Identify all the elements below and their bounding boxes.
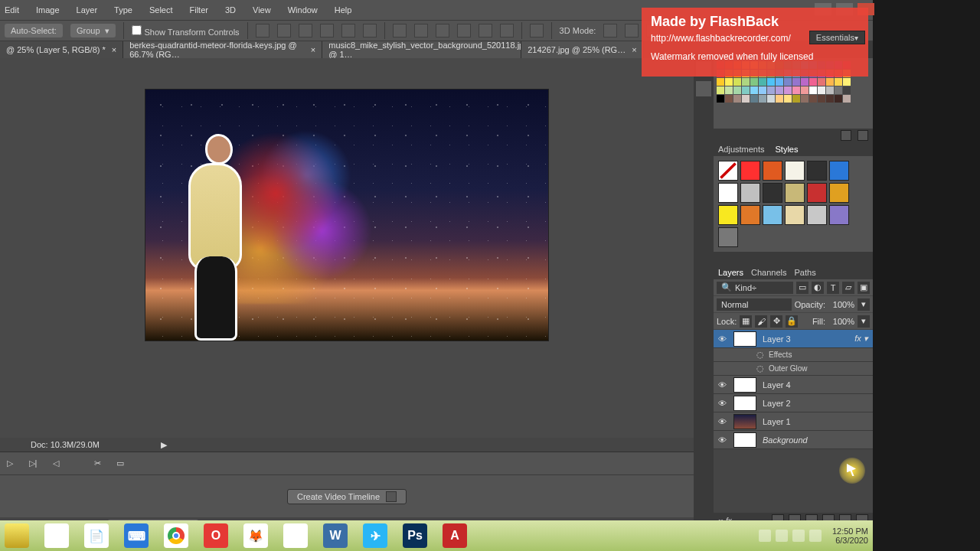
swatch[interactable] xyxy=(826,95,834,103)
visibility-icon[interactable]: 👁 xyxy=(714,399,730,408)
menu-image[interactable]: Image xyxy=(36,5,60,15)
swatch[interactable] xyxy=(717,86,724,94)
layer-row[interactable]: 👁Background xyxy=(714,431,873,449)
swatch[interactable] xyxy=(826,86,834,94)
swatch[interactable] xyxy=(835,86,842,94)
filter-adjust-icon[interactable]: ◐ xyxy=(812,282,824,294)
styles-grid[interactable] xyxy=(714,156,873,252)
layers-tab[interactable]: Layers xyxy=(718,268,743,277)
layers-list[interactable]: 👁Layer 3fx ▾◌Effects◌Outer Glow👁Layer 4👁… xyxy=(714,330,873,513)
swatch[interactable] xyxy=(767,86,775,94)
distribute-icon[interactable] xyxy=(479,24,492,37)
swatch[interactable] xyxy=(759,95,766,103)
style-preset[interactable] xyxy=(718,183,738,203)
swatch[interactable] xyxy=(809,95,817,103)
taskbar-app[interactable] xyxy=(164,523,188,548)
swatch[interactable] xyxy=(809,86,817,94)
swatch[interactable] xyxy=(725,86,733,94)
style-preset[interactable] xyxy=(718,205,738,225)
distribute-icon[interactable] xyxy=(500,24,514,37)
scissors-icon[interactable]: ✂ xyxy=(90,457,104,471)
swatch[interactable] xyxy=(801,86,808,94)
filter-shape-icon[interactable]: ▱ xyxy=(842,282,854,294)
tray-icon[interactable] xyxy=(776,530,788,542)
align-icon[interactable] xyxy=(363,24,377,37)
style-preset[interactable] xyxy=(829,183,849,203)
layer-row[interactable]: 👁Layer 3fx ▾ xyxy=(714,330,873,348)
arrange-icon[interactable] xyxy=(530,24,544,37)
volume-icon[interactable] xyxy=(809,530,822,542)
taskbar-app[interactable]: Ps xyxy=(403,523,427,548)
swatch[interactable] xyxy=(750,86,758,94)
step-fwd-icon[interactable]: ▷| xyxy=(26,457,40,471)
menu-select[interactable]: Select xyxy=(149,5,173,15)
filter-kind-dropdown[interactable]: 🔍 Kind ÷ xyxy=(717,282,793,294)
swatch[interactable] xyxy=(742,78,750,86)
blend-mode-dropdown[interactable]: Normal xyxy=(717,298,792,311)
distribute-icon[interactable] xyxy=(393,24,407,37)
swatch[interactable] xyxy=(717,78,724,86)
layer-row[interactable]: 👁Layer 4 xyxy=(714,376,873,394)
taskbar-app[interactable]: A xyxy=(443,523,467,548)
swatch[interactable] xyxy=(742,95,750,103)
taskbar-app[interactable]: O xyxy=(204,523,228,548)
swatch[interactable] xyxy=(742,86,750,94)
style-preset[interactable] xyxy=(807,205,827,225)
align-icon[interactable] xyxy=(320,24,334,37)
style-preset[interactable] xyxy=(829,161,849,181)
menu-3d[interactable]: 3D xyxy=(225,5,236,15)
visibility-icon[interactable]: 👁 xyxy=(714,417,730,426)
style-preset[interactable] xyxy=(763,183,782,203)
mode3d-icon[interactable] xyxy=(603,24,617,37)
style-preset[interactable] xyxy=(740,183,760,203)
taskbar-app[interactable]: 📄 xyxy=(84,523,109,548)
play-icon[interactable]: ▷ xyxy=(3,457,17,471)
document-tab[interactable]: 214267.jpg @ 25% (RG…× xyxy=(521,41,643,58)
style-preset[interactable] xyxy=(785,183,805,203)
group-dropdown[interactable]: Group ▾ xyxy=(70,24,116,37)
layer-effect[interactable]: ◌Outer Glow xyxy=(714,362,873,376)
visibility-icon[interactable]: 👁 xyxy=(714,380,730,390)
close-tab-icon[interactable]: × xyxy=(311,45,315,54)
distribute-icon[interactable] xyxy=(436,24,449,37)
swatch[interactable] xyxy=(750,95,758,103)
swatch[interactable] xyxy=(843,86,851,94)
align-icon[interactable] xyxy=(256,24,270,37)
swatch[interactable] xyxy=(767,95,775,103)
taskbar-app[interactable]: 🦊 xyxy=(243,523,268,548)
swatch[interactable] xyxy=(725,78,733,86)
swatch[interactable] xyxy=(776,78,783,86)
swatch[interactable] xyxy=(717,95,724,103)
style-preset[interactable] xyxy=(807,161,827,181)
delete-swatch-icon[interactable] xyxy=(858,130,868,141)
opacity-value[interactable]: 100% xyxy=(828,300,854,309)
step-back-icon[interactable]: ◁ xyxy=(49,457,63,471)
style-none[interactable] xyxy=(718,161,738,181)
style-preset[interactable] xyxy=(763,161,782,181)
swatch[interactable] xyxy=(776,95,783,103)
fill-value[interactable]: 100% xyxy=(828,317,854,326)
taskbar-app[interactable]: ✈ xyxy=(363,523,387,548)
swatch[interactable] xyxy=(818,95,825,103)
align-icon[interactable] xyxy=(341,24,355,37)
menu-layer[interactable]: Layer xyxy=(77,5,98,15)
style-preset[interactable] xyxy=(785,205,805,225)
close-tab-icon[interactable]: × xyxy=(632,45,636,54)
adjustments-tab[interactable]: Adjustments xyxy=(718,145,765,154)
swatch[interactable] xyxy=(809,78,817,86)
filter-smart-icon[interactable]: ▣ xyxy=(858,282,870,294)
swatch[interactable] xyxy=(835,78,842,86)
tray-icon[interactable] xyxy=(759,530,771,542)
visibility-icon[interactable]: 👁 xyxy=(714,334,730,344)
show-transform-checkbox[interactable]: Show Transform Controls xyxy=(132,25,240,37)
swatch[interactable] xyxy=(843,95,851,103)
filter-type-icon[interactable]: T xyxy=(827,282,839,294)
mode3d-icon[interactable] xyxy=(625,24,639,37)
tray-icon[interactable] xyxy=(792,530,805,542)
style-preset[interactable] xyxy=(829,205,849,225)
document-tab[interactable]: music8_mike_stylish_vector_background_52… xyxy=(322,41,521,58)
swatch[interactable] xyxy=(750,78,758,86)
collapsed-panel-icon[interactable] xyxy=(696,81,711,96)
layer-row[interactable]: 👁Layer 2 xyxy=(714,394,873,412)
swatch[interactable] xyxy=(784,86,792,94)
